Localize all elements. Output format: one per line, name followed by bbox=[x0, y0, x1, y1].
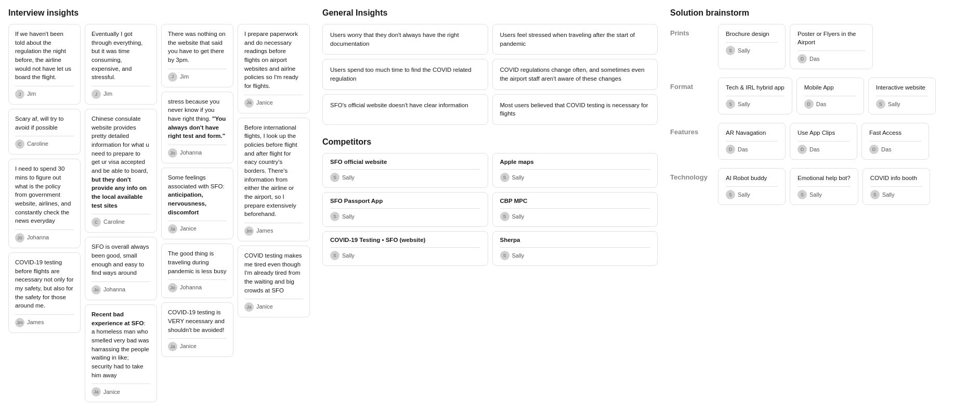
avatar: D bbox=[726, 145, 735, 154]
card-divider bbox=[15, 86, 74, 86]
interview-card: I prepare paperwork and do necessary rea… bbox=[238, 24, 310, 113]
card-divider bbox=[15, 229, 74, 230]
solution-card-title: Use App Clips bbox=[798, 129, 850, 137]
avatar: S bbox=[726, 99, 735, 109]
interview-col-0: If we haven't been told about the regula… bbox=[8, 24, 81, 402]
user-tag: S Sally bbox=[500, 173, 650, 182]
user-tag: D Das bbox=[804, 99, 856, 109]
interview-card: Recent bad experience at SFO: a homeless… bbox=[85, 304, 157, 402]
card-divider bbox=[330, 169, 480, 170]
card-divider bbox=[500, 208, 650, 209]
avatar: J bbox=[15, 90, 24, 99]
interview-col-1: Eventually I got through everything, but… bbox=[85, 24, 157, 402]
solution-card-title: AI Robot buddy bbox=[726, 174, 778, 182]
avatar: D bbox=[798, 145, 807, 154]
interview-card: SFO is overall always been good, small e… bbox=[85, 237, 157, 300]
solution-row-label: Technology bbox=[670, 168, 712, 181]
competitor-card: Sherpa S Sally bbox=[492, 231, 658, 266]
solution-cards: AI Robot buddy S Sally Emotional help bo… bbox=[718, 168, 930, 205]
card-divider bbox=[244, 95, 303, 95]
competitor-name: SFO official website bbox=[330, 159, 480, 165]
avatar: S bbox=[330, 173, 339, 182]
avatar: S bbox=[726, 190, 735, 199]
card-divider bbox=[726, 96, 785, 96]
card-divider bbox=[870, 186, 922, 187]
card-divider bbox=[330, 208, 480, 209]
insight-text: Users spend too much time to find the CO… bbox=[330, 67, 472, 82]
competitor-name: COVID-19 Testing • SFO (website) bbox=[330, 237, 480, 243]
insight-card: COVID regulations change often, and some… bbox=[492, 59, 658, 90]
user-tag: Jo Johanna bbox=[15, 233, 74, 242]
user-name: Janice bbox=[256, 303, 273, 311]
user-tag: S Sally bbox=[726, 190, 778, 199]
card-divider bbox=[168, 279, 227, 280]
competitor-name: Sherpa bbox=[500, 237, 650, 243]
avatar: S bbox=[330, 212, 339, 221]
card-divider bbox=[804, 96, 856, 96]
card-text: Chinese consulate website provides prett… bbox=[92, 114, 150, 210]
competitor-card: Apple maps S Sally bbox=[492, 153, 658, 188]
card-divider bbox=[876, 96, 928, 96]
user-tag: C Caroline bbox=[15, 139, 74, 149]
user-name: Das bbox=[816, 101, 827, 107]
user-tag: S Sally bbox=[330, 212, 480, 221]
user-name: Sally bbox=[512, 252, 525, 259]
user-tag: J Jim bbox=[92, 90, 150, 99]
page-layout: Interview insights If we haven't been to… bbox=[8, 8, 972, 402]
interview-card: COVID testing makes me tired even though… bbox=[238, 246, 310, 317]
interview-card: I need to spend 30 mins to figure out wh… bbox=[8, 159, 81, 248]
solution-cards: Tech & IRL hybrid app S Sally Mobile App… bbox=[718, 78, 936, 114]
interview-card: Scary af, will try to avoid if possible … bbox=[8, 109, 81, 155]
card-divider bbox=[798, 50, 865, 51]
card-divider bbox=[92, 214, 150, 214]
insight-card: SFO's official website doesn't have clea… bbox=[322, 94, 488, 125]
user-name: Sally bbox=[738, 101, 750, 107]
interview-col-2: There was nothing on the website that sa… bbox=[161, 24, 233, 402]
user-tag: J Jim bbox=[15, 90, 74, 99]
avatar: Jm bbox=[15, 318, 24, 327]
avatar: S bbox=[500, 251, 509, 260]
user-name: Das bbox=[738, 146, 748, 152]
insight-card: Users worry that they don't always have … bbox=[322, 24, 488, 55]
user-name: Sally bbox=[342, 213, 355, 220]
avatar: Jm bbox=[244, 226, 254, 236]
card-text: Eventually I got through everything, but… bbox=[92, 30, 150, 82]
solution-card: Emotional help bot? S Sally bbox=[790, 168, 858, 205]
solution-card-title: Tech & IRL hybrid app bbox=[726, 83, 785, 92]
interview-section: Interview insights If we haven't been to… bbox=[8, 8, 310, 402]
card-text: COVID-19 testing is VERY necessary and s… bbox=[168, 308, 227, 334]
avatar: S bbox=[726, 46, 735, 55]
avatar: D bbox=[869, 145, 879, 154]
card-divider bbox=[15, 314, 74, 315]
user-tag: D Das bbox=[869, 145, 921, 154]
user-tag: Jm James bbox=[15, 318, 74, 327]
avatar: C bbox=[15, 139, 24, 149]
card-divider bbox=[168, 221, 227, 221]
user-tag: S Sally bbox=[726, 46, 778, 55]
insight-card: Users spend too much time to find the CO… bbox=[322, 59, 488, 90]
user-tag: D Das bbox=[726, 145, 778, 154]
user-name: Janice bbox=[103, 388, 120, 397]
general-title: General Insights bbox=[322, 8, 658, 18]
solution-card: Mobile App D Das bbox=[796, 78, 864, 114]
interview-card: Eventually I got through everything, but… bbox=[85, 24, 157, 105]
card-text: Some feelings associated with SFO: antic… bbox=[168, 173, 227, 216]
solution-card: COVID info booth S Sally bbox=[863, 168, 930, 205]
avatar: Ja bbox=[244, 302, 254, 312]
user-name: Johanna bbox=[180, 149, 202, 157]
solution-card-title: Mobile App bbox=[804, 83, 856, 92]
user-name: Johanna bbox=[27, 234, 49, 242]
insight-text: COVID regulations change often, and some… bbox=[500, 67, 645, 82]
avatar: D bbox=[804, 99, 814, 109]
solution-rows: PrintsBrochure design S Sally Poster or … bbox=[670, 24, 972, 205]
middle-section: General Insights Users worry that they d… bbox=[322, 8, 658, 266]
card-text: Before international flights, I look up … bbox=[244, 123, 303, 219]
solution-row-technology: TechnologyAI Robot buddy S Sally Emotion… bbox=[670, 168, 972, 205]
user-name: James bbox=[27, 318, 44, 327]
avatar: S bbox=[798, 190, 807, 199]
insight-text: Users feel stressed when traveling after… bbox=[500, 32, 635, 47]
card-divider bbox=[798, 186, 851, 187]
user-tag: C Caroline bbox=[92, 218, 150, 227]
user-tag: S Sally bbox=[330, 173, 480, 182]
competitor-card: SFO official website S Sally bbox=[322, 153, 488, 188]
